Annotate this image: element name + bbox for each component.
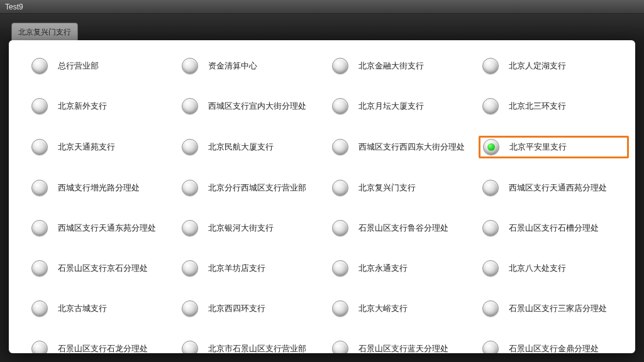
branch-option[interactable]: 北京金融大街支行 <box>328 55 479 77</box>
branch-option[interactable]: 西城支行增光路分理处 <box>28 177 178 199</box>
branch-option-label: 北京天通苑支行 <box>58 141 115 153</box>
branch-option[interactable]: 北京市石景山区支行营业部 <box>178 338 328 353</box>
radio-icon <box>182 341 198 353</box>
radio-icon <box>31 220 48 236</box>
radio-icon <box>31 139 48 155</box>
radio-icon <box>332 139 348 155</box>
branch-option-label: 北京金融大街支行 <box>358 60 424 72</box>
radio-icon <box>31 58 48 74</box>
branch-option-label: 石景山区支行金鼎分理处 <box>509 343 599 353</box>
branch-option[interactable]: 北京天通苑支行 <box>28 136 178 158</box>
radio-icon <box>482 260 499 277</box>
branch-option-label: 北京月坛大厦支行 <box>358 101 424 112</box>
window-titlebar: Test9 <box>0 0 644 14</box>
branch-option[interactable]: 西城区支行天通东苑分理处 <box>28 217 178 239</box>
branch-option-label: 北京古城支行 <box>58 303 107 314</box>
branch-option-label: 石景山区支行鲁谷分理处 <box>358 222 448 234</box>
branch-option-label: 石景山区支行蓝天分理处 <box>358 343 448 353</box>
branch-option[interactable]: 北京八大处支行 <box>479 258 629 279</box>
branch-option[interactable]: 北京大峪支行 <box>328 298 479 319</box>
radio-icon <box>332 260 348 277</box>
radio-icon <box>482 98 499 114</box>
branch-option[interactable]: 石景山区支行石槽分理处 <box>479 217 629 239</box>
radio-icon <box>31 260 48 277</box>
radio-icon <box>182 98 198 114</box>
branch-option-label: 石景山区支行京石分理处 <box>58 263 148 274</box>
branch-option[interactable]: 北京平安里支行 <box>479 136 629 158</box>
radio-dot-icon <box>487 143 495 151</box>
radio-icon <box>482 58 499 74</box>
branch-option-label: 西城区支行天通西苑分理处 <box>509 182 607 194</box>
branch-option-label: 石景山区支行石槽分理处 <box>509 222 599 234</box>
branch-option[interactable]: 北京羊坊店支行 <box>178 258 328 279</box>
branch-option[interactable]: 北京新外支行 <box>28 96 178 117</box>
radio-icon <box>31 341 48 353</box>
branch-option-label: 西城区支行宣内大街分理处 <box>208 101 306 112</box>
branch-option-label: 北京大峪支行 <box>358 303 408 314</box>
radio-icon <box>332 300 348 317</box>
branch-option-label: 北京市石景山区支行营业部 <box>208 343 306 353</box>
branch-option-label: 北京八大处支行 <box>509 263 566 274</box>
branch-option[interactable]: 西城区支行天通西苑分理处 <box>479 177 629 199</box>
branch-option-label: 资金清算中心 <box>208 60 257 72</box>
branch-option-label: 北京银河大街支行 <box>208 222 274 234</box>
radio-icon <box>482 180 499 196</box>
branch-option[interactable]: 北京月坛大厦支行 <box>328 96 479 117</box>
branch-selection-dialog: 总行营业部资金清算中心北京金融大街支行北京人定湖支行北京新外支行西城区支行宣内大… <box>9 40 635 353</box>
branch-option[interactable]: 石景山区支行三家店分理处 <box>479 298 629 319</box>
branch-option[interactable]: 石景山区支行蓝天分理处 <box>328 338 479 353</box>
radio-icon <box>332 341 348 353</box>
branch-option-label: 北京分行西城区支行营业部 <box>208 182 306 194</box>
radio-icon <box>332 58 348 74</box>
branch-option-label: 西城区支行西四东大街分理处 <box>358 141 465 153</box>
branch-option-label: 北京人定湖支行 <box>509 60 566 72</box>
radio-icon <box>31 180 48 196</box>
radio-icon <box>182 58 198 74</box>
radio-icon <box>332 220 348 236</box>
branch-option[interactable]: 石景山区支行金鼎分理处 <box>479 338 629 353</box>
branch-option[interactable]: 石景山区支行石龙分理处 <box>28 338 178 353</box>
radio-icon <box>332 98 348 114</box>
radio-icon <box>482 220 499 236</box>
window-title: Test9 <box>5 3 23 11</box>
branch-option[interactable]: 北京北三环支行 <box>479 96 629 117</box>
branch-option-label: 北京北三环支行 <box>509 101 566 112</box>
branch-option-label: 石景山区支行石龙分理处 <box>58 343 148 353</box>
branch-option[interactable]: 北京人定湖支行 <box>479 55 629 77</box>
branch-option-label: 石景山区支行三家店分理处 <box>509 303 607 314</box>
branch-options-grid: 总行营业部资金清算中心北京金融大街支行北京人定湖支行北京新外支行西城区支行宣内大… <box>28 55 629 353</box>
radio-icon <box>182 139 198 155</box>
branch-option-label: 北京新外支行 <box>58 101 107 112</box>
branch-option-label: 北京西四环支行 <box>208 303 265 314</box>
radio-icon <box>182 260 198 277</box>
radio-icon <box>31 98 48 114</box>
branch-option[interactable]: 北京民航大厦支行 <box>178 136 328 158</box>
branch-option[interactable]: 北京复兴门支行 <box>328 177 479 199</box>
branch-option[interactable]: 北京分行西城区支行营业部 <box>178 177 328 199</box>
branch-option-label: 北京永通支行 <box>358 263 408 274</box>
radio-icon <box>482 300 499 317</box>
radio-icon <box>31 300 48 317</box>
branch-option-label: 西城区支行天通东苑分理处 <box>58 222 156 234</box>
branch-option-label: 西城支行增光路分理处 <box>58 182 140 194</box>
radio-icon <box>483 139 499 155</box>
branch-option[interactable]: 北京古城支行 <box>28 298 178 319</box>
branch-option-label: 北京复兴门支行 <box>358 182 416 194</box>
branch-option-label: 北京羊坊店支行 <box>208 263 265 274</box>
radio-icon <box>482 341 499 353</box>
branch-option[interactable]: 石景山区支行鲁谷分理处 <box>328 217 479 239</box>
radio-icon <box>182 300 198 317</box>
branch-option[interactable]: 北京银河大街支行 <box>178 217 328 239</box>
branch-option[interactable]: 西城区支行西四东大街分理处 <box>328 136 479 158</box>
branch-option[interactable]: 总行营业部 <box>28 55 178 77</box>
radio-icon <box>332 180 348 196</box>
branch-option[interactable]: 石景山区支行京石分理处 <box>28 258 178 279</box>
branch-option[interactable]: 北京西四环支行 <box>178 298 328 319</box>
radio-icon <box>182 220 198 236</box>
branch-option-label: 北京平安里支行 <box>509 141 567 153</box>
branch-option-label: 北京民航大厦支行 <box>208 141 274 153</box>
branch-option[interactable]: 资金清算中心 <box>178 55 328 77</box>
branch-option[interactable]: 北京永通支行 <box>328 258 479 279</box>
branch-option[interactable]: 西城区支行宣内大街分理处 <box>178 96 328 117</box>
radio-icon <box>182 180 198 196</box>
